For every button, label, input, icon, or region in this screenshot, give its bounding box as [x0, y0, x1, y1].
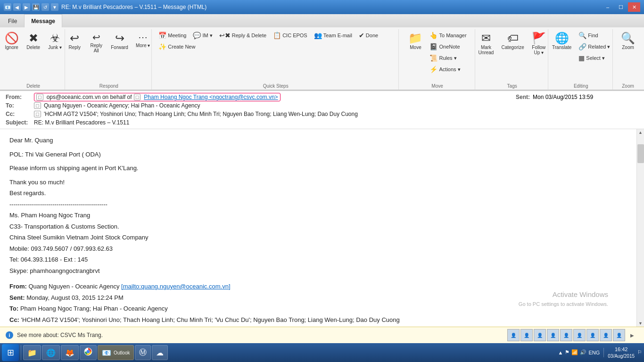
create-new-button[interactable]: ✨ Create New	[156, 41, 198, 52]
meeting-button[interactable]: 📅 Meeting	[156, 30, 189, 41]
follow-up-button[interactable]: 🚩 FollowUp ▾	[528, 30, 549, 58]
avatar-7[interactable]: 👤	[586, 329, 599, 341]
forward-button[interactable]: ↪ Forward	[107, 30, 132, 52]
systray-network[interactable]: 📶	[571, 349, 578, 355]
minimize-button[interactable]: –	[602, 2, 614, 12]
categorize-icon: 🏷	[507, 33, 519, 44]
taskbar-outlook[interactable]: 📧 Outlook	[98, 345, 134, 360]
reply-delete-label: Reply & Delete	[232, 33, 266, 38]
to-manager-button[interactable]: 👆 To Manager	[427, 30, 469, 41]
reply-all-button[interactable]: ↩ ReplyAll	[86, 30, 107, 56]
body-request: Please inform us shipping agent in Port …	[9, 164, 627, 173]
message-body[interactable]: Dear Mr. Quang POL: Thi Vai General Port…	[0, 129, 636, 327]
to-value-text: Quang Nguyen - Oceanic Agency; Hai Phan …	[44, 102, 200, 109]
avatar-more[interactable]: ▶	[626, 329, 638, 341]
delete-button[interactable]: ✖ Delete	[23, 30, 44, 52]
systray-lang[interactable]: ENG	[588, 350, 600, 355]
onenote-icon: 📓	[429, 43, 438, 50]
mark-unread-label: MarkUnread	[479, 45, 494, 55]
rules-button[interactable]: 📜 Rules ▾	[427, 53, 469, 63]
onenote-button[interactable]: 📓 OneNote	[427, 41, 469, 52]
tags-group-label: Tags	[476, 83, 548, 89]
categorize-button[interactable]: 🏷 Categorize	[498, 30, 527, 52]
zoom-button[interactable]: 🔍 Zoom	[618, 30, 638, 52]
taskbar-ie[interactable]: 🌐	[42, 345, 60, 360]
skype-icon: ☁	[156, 348, 164, 357]
fwd-cc-value: 'HCHM AGT2 V1504'; Yoshinori Uno; Thach …	[21, 316, 400, 323]
cc-value: □ 'HCHM AGT2 V1504'; Yoshinori Uno; Thac…	[34, 111, 638, 117]
systray-volume[interactable]: 🔊	[580, 349, 586, 355]
ribbon-group-zoom: 🔍 Zoom Zoom	[614, 29, 642, 90]
fwd-from-link[interactable]: [mailto:quang.nguyen@oceanic.com.vn]	[121, 283, 230, 290]
reply-delete-button[interactable]: ↩✖ Reply & Delete	[216, 30, 269, 41]
ribbon-group-move: 📁 Move 👆 To Manager 📓 OneNote 📜 Rules ▾	[400, 29, 475, 90]
move-button[interactable]: 📁 Move	[405, 30, 426, 52]
ribbon: File Message 🚫 Ignore ✖ Delete ☣ Junk ▾	[0, 14, 644, 91]
select-button[interactable]: ▦ Select ▾	[576, 53, 613, 63]
junk-button[interactable]: ☣ Junk ▾	[45, 30, 66, 52]
avatar-4[interactable]: 👤	[547, 329, 559, 341]
save-icon[interactable]: 💾	[32, 3, 40, 11]
systray-arrow[interactable]: ▲	[558, 350, 563, 355]
subject-row: Subject: RE: M.v Brilliant Pescadores – …	[6, 118, 638, 127]
actions-icon: ⚡	[429, 66, 438, 73]
tab-message[interactable]: Message	[24, 14, 62, 27]
clock[interactable]: 16:42 03/Aug/2015	[608, 346, 635, 359]
reply-icon: ↩	[70, 33, 79, 44]
avatar-2[interactable]: 👤	[520, 329, 533, 341]
avatar-1[interactable]: 👤	[507, 329, 520, 341]
done-button[interactable]: ✔ Done	[356, 30, 381, 41]
related-icon: 🔗	[578, 43, 586, 50]
scroll-down-arrow[interactable]: ▼	[638, 321, 643, 326]
select-icon: ▦	[578, 54, 585, 62]
team-email-button[interactable]: 👥 Team E-mail	[311, 30, 355, 41]
quick-access-icon[interactable]: ◀	[13, 3, 21, 11]
taskbar-app5[interactable]: Ⓜ	[135, 345, 151, 360]
info-bar: i See more about: CSVC Ms Trang. 👤 👤 👤 👤…	[0, 327, 644, 343]
more-icon: ⋯	[138, 33, 148, 42]
im-icon: 💬	[193, 32, 201, 39]
svg-point-1	[87, 350, 90, 354]
im-button[interactable]: 💬 IM ▾	[190, 30, 215, 41]
cc-badge1: □	[34, 111, 41, 117]
actions-button[interactable]: ⚡ Actions ▾	[427, 64, 469, 74]
avatar-6[interactable]: 👤	[573, 329, 586, 341]
tab-file[interactable]: File	[1, 14, 24, 27]
maximize-button[interactable]: ☐	[615, 2, 627, 12]
zoom-icon: 🔍	[621, 33, 635, 44]
translate-button[interactable]: 🌐 Translate	[549, 30, 575, 52]
ignore-button[interactable]: 🚫 Ignore	[1, 30, 22, 52]
scrollbar-thumb[interactable]	[637, 144, 644, 163]
taskbar-notification[interactable]: ⚐	[637, 349, 642, 355]
from-row: From: □ ops@oceanic.com.vn on behalf of …	[6, 93, 638, 101]
categorize-label: Categorize	[501, 45, 524, 50]
avatar-5[interactable]: 👤	[560, 329, 572, 341]
more-button[interactable]: ⋯ More ▾	[132, 30, 154, 50]
menu-icon[interactable]: ▼	[51, 3, 58, 11]
close-button[interactable]: ✕	[628, 2, 640, 12]
start-button[interactable]: ⊞	[2, 344, 19, 361]
undo-icon[interactable]: ↺	[41, 3, 49, 11]
reply-button[interactable]: ↩ Reply	[64, 30, 85, 52]
systray-flag[interactable]: ⚑	[565, 349, 570, 355]
quick-access-icon2[interactable]: ▶	[23, 3, 30, 11]
avatar-9[interactable]: 👤	[613, 329, 625, 341]
cic-epos-button[interactable]: 📋 CIC EPOS	[270, 30, 310, 41]
find-button[interactable]: 🔍 Find	[576, 30, 613, 41]
avatar-8[interactable]: 👤	[600, 329, 612, 341]
taskbar-file-explorer[interactable]: 📁	[23, 345, 41, 360]
mark-unread-button[interactable]: ✉ MarkUnread	[475, 30, 497, 58]
reply-label: Reply	[68, 45, 81, 50]
from-behalf: ops@oceanic.com.vn on behalf of	[47, 94, 132, 100]
subject-value: RE: M.v Brilliant Pescadores – V.1511	[34, 119, 638, 126]
quicksteps-group-label: Quick Steps	[153, 83, 398, 89]
scrollbar[interactable]: ▲ ▼	[636, 129, 644, 327]
avatar-3[interactable]: 👤	[534, 329, 546, 341]
related-button[interactable]: 🔗 Related ▾	[576, 41, 613, 52]
taskbar-skype[interactable]: ☁	[152, 345, 168, 360]
to-manager-icon: 👆	[429, 32, 438, 39]
taskbar-chrome[interactable]	[80, 345, 97, 360]
scroll-up-arrow[interactable]: ▲	[638, 130, 643, 135]
from-value: □ ops@oceanic.com.vn on behalf of □ Pham…	[34, 93, 516, 101]
taskbar-firefox[interactable]: 🦊	[61, 345, 79, 360]
